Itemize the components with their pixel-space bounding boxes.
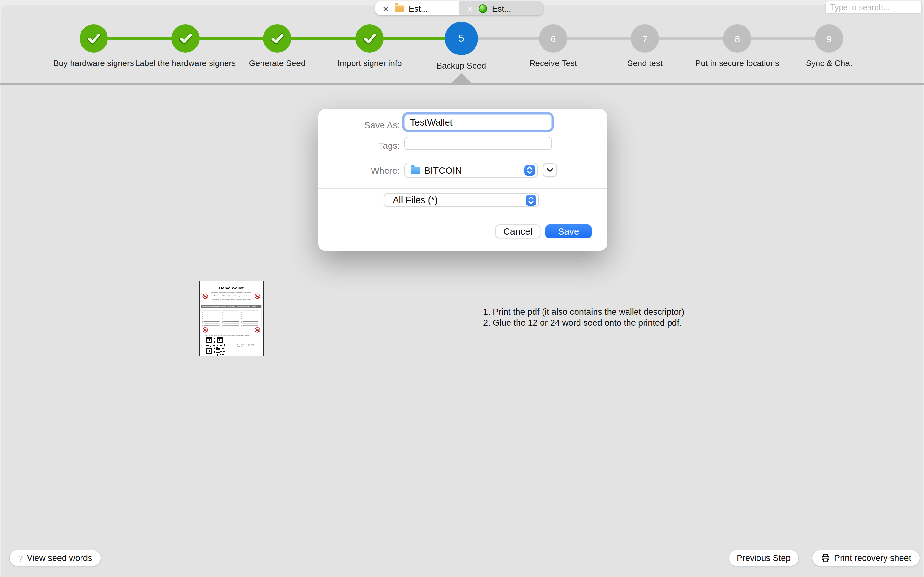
print-recovery-sheet-button[interactable]: Print recovery sheet (813, 550, 919, 566)
step-number: 6 (551, 33, 556, 44)
step-number: 5 (459, 33, 464, 44)
step-label: Sync & Chat (774, 58, 884, 68)
check-icon (263, 24, 291, 53)
stepper-divider (0, 83, 924, 85)
folder-icon (411, 167, 420, 174)
button-label: View seed words (27, 553, 92, 563)
dialog-separator (318, 189, 607, 189)
no-camera-icon (255, 327, 260, 333)
save-button[interactable]: Save (545, 224, 591, 239)
close-icon[interactable]: × (466, 3, 473, 13)
search-input[interactable] (825, 1, 922, 14)
step-number: 7 (642, 33, 648, 44)
pdf-instruction: Write the secret 24 words (Seed) onto th… (200, 295, 263, 297)
recovery-sheet-preview: Demo Wallet Created with Bitcoin Safe: h… (199, 281, 264, 356)
file-filter-value: All Files (*) (390, 195, 525, 205)
previous-step-button[interactable]: Previous Step (729, 550, 798, 566)
seed-word-table: 123456789101112131415161718192021222324 (201, 308, 262, 326)
view-seed-words-button[interactable]: ? View seed words (10, 550, 100, 566)
tags-label: Tags: (321, 140, 400, 151)
close-icon[interactable]: × (382, 3, 389, 13)
expand-dialog-button[interactable] (543, 163, 557, 177)
help-icon: ? (18, 553, 23, 563)
instruction-line: 1. Print the pdf (it also contains the w… (483, 307, 684, 318)
tab-label: Est... (492, 3, 511, 13)
step-number: 9 (827, 33, 832, 44)
no-camera-icon (255, 293, 260, 299)
where-select[interactable]: BITCOIN (404, 163, 538, 177)
where-value: BITCOIN (420, 165, 524, 175)
check-icon (79, 24, 108, 53)
button-label: Previous Step (737, 553, 790, 563)
tab-label: Est... (409, 3, 428, 13)
file-filter-select[interactable]: All Files (*) (384, 193, 539, 207)
check-icon (171, 24, 200, 53)
chevron-down-icon (547, 168, 553, 172)
backup-instructions: 1. Print the pdf (it also contains the w… (483, 307, 684, 328)
pdf-title: Demo Wallet (200, 286, 263, 290)
cancel-button[interactable]: Cancel (495, 224, 540, 239)
save-dialog: Save As: Tags: Where: BITCOIN All Files … (318, 109, 607, 251)
no-keyboard-icon (203, 327, 208, 333)
pdf-descriptor-caption: The wallet descriptor (QR Code) allows y… (237, 344, 261, 347)
no-keyboard-icon (203, 293, 208, 299)
pdf-instruction: Put the secret 24 words (Seed) and this … (200, 298, 263, 300)
instruction-line: 2. Glue the 12 or 24 word seed onto the … (483, 318, 684, 328)
save-as-field[interactable] (404, 114, 552, 130)
step-number: 8 (735, 33, 740, 44)
tab-estimate-2[interactable]: × Est... (459, 1, 543, 15)
tab-bar: × Est... × Est... (375, 1, 543, 15)
button-label: Print recovery sheet (834, 553, 911, 563)
save-as-label: Save As: (321, 120, 400, 130)
tab-estimate-1[interactable]: × Est... (375, 1, 459, 15)
green-dot-icon (479, 4, 487, 13)
folder-icon (395, 5, 404, 12)
active-step-pointer (452, 73, 471, 83)
pdf-subtitle: Created with Bitcoin Safe: https://githu… (200, 292, 263, 293)
printer-icon (821, 553, 830, 563)
check-icon (355, 24, 384, 53)
stepper-arrows-icon (525, 195, 536, 205)
qr-code (206, 337, 225, 356)
app-window: × Est... × Est... Buy hardware signers (0, 0, 924, 577)
pdf-banner: Secret seed words for a hardware signer:… (201, 306, 262, 308)
pdf-fold-text: Please fold here! Please fold here! Plea… (205, 335, 250, 336)
where-label: Where: (321, 165, 400, 176)
dialog-separator (318, 211, 607, 212)
main-panel (1, 5, 923, 577)
stepper-arrows-icon (524, 165, 535, 176)
tags-field[interactable] (404, 137, 552, 150)
